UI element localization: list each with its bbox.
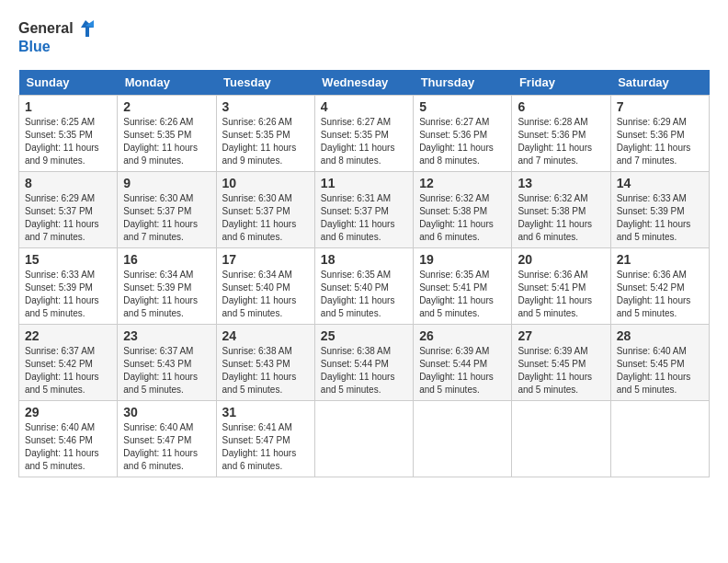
day-info: Sunrise: 6:30 AMSunset: 5:37 PMDaylight:… xyxy=(222,192,309,244)
day-number: 3 xyxy=(222,99,309,114)
day-number: 13 xyxy=(518,176,604,190)
day-info: Sunrise: 6:40 AMSunset: 5:46 PMDaylight:… xyxy=(25,421,111,473)
week-row-5: 29Sunrise: 6:40 AMSunset: 5:46 PMDayligh… xyxy=(19,400,710,477)
day-number: 12 xyxy=(419,176,506,190)
day-info: Sunrise: 6:32 AMSunset: 5:38 PMDaylight:… xyxy=(419,192,506,244)
calendar-cell: 24Sunrise: 6:38 AMSunset: 5:43 PMDayligh… xyxy=(216,324,314,400)
calendar-cell: 7Sunrise: 6:29 AMSunset: 5:36 PMDaylight… xyxy=(610,95,709,171)
calendar-cell: 17Sunrise: 6:34 AMSunset: 5:40 PMDayligh… xyxy=(216,247,314,324)
day-info: Sunrise: 6:26 AMSunset: 5:35 PMDaylight:… xyxy=(222,116,309,167)
calendar-cell: 28Sunrise: 6:40 AMSunset: 5:45 PMDayligh… xyxy=(610,324,709,400)
calendar-cell: 14Sunrise: 6:33 AMSunset: 5:39 PMDayligh… xyxy=(610,171,709,247)
day-info: Sunrise: 6:40 AMSunset: 5:47 PMDaylight:… xyxy=(123,421,210,473)
day-info: Sunrise: 6:41 AMSunset: 5:47 PMDaylight:… xyxy=(222,421,309,473)
day-info: Sunrise: 6:37 AMSunset: 5:42 PMDaylight:… xyxy=(25,345,111,396)
calendar-cell: 26Sunrise: 6:39 AMSunset: 5:44 PMDayligh… xyxy=(414,324,512,400)
calendar-cell: 19Sunrise: 6:35 AMSunset: 5:41 PMDayligh… xyxy=(414,247,512,324)
calendar-cell xyxy=(314,400,413,477)
calendar-cell: 23Sunrise: 6:37 AMSunset: 5:43 PMDayligh… xyxy=(118,324,216,400)
day-info: Sunrise: 6:25 AMSunset: 5:35 PMDaylight:… xyxy=(25,116,111,167)
day-info: Sunrise: 6:34 AMSunset: 5:39 PMDaylight:… xyxy=(123,269,210,320)
day-info: Sunrise: 6:34 AMSunset: 5:40 PMDaylight:… xyxy=(222,269,309,320)
weekday-header-thursday: Thursday xyxy=(414,70,512,96)
day-info: Sunrise: 6:38 AMSunset: 5:44 PMDaylight:… xyxy=(321,345,407,396)
weekday-header-monday: Monday xyxy=(118,70,216,96)
day-number: 19 xyxy=(419,252,506,267)
day-info: Sunrise: 6:28 AMSunset: 5:36 PMDaylight:… xyxy=(518,116,604,167)
day-number: 1 xyxy=(25,99,111,114)
logo-general: General xyxy=(18,20,74,37)
day-info: Sunrise: 6:30 AMSunset: 5:37 PMDaylight:… xyxy=(123,192,210,244)
day-info: Sunrise: 6:39 AMSunset: 5:45 PMDaylight:… xyxy=(518,345,604,396)
day-number: 26 xyxy=(419,328,506,343)
calendar-cell xyxy=(414,400,512,477)
day-info: Sunrise: 6:27 AMSunset: 5:35 PMDaylight:… xyxy=(321,116,407,167)
day-number: 31 xyxy=(222,405,309,419)
day-info: Sunrise: 6:29 AMSunset: 5:36 PMDaylight:… xyxy=(617,116,703,167)
day-info: Sunrise: 6:33 AMSunset: 5:39 PMDaylight:… xyxy=(25,269,111,320)
day-number: 6 xyxy=(518,99,604,114)
day-number: 21 xyxy=(617,252,703,267)
day-info: Sunrise: 6:27 AMSunset: 5:36 PMDaylight:… xyxy=(419,116,506,167)
calendar-cell: 13Sunrise: 6:32 AMSunset: 5:38 PMDayligh… xyxy=(512,171,610,247)
day-number: 24 xyxy=(222,328,309,343)
day-number: 28 xyxy=(617,328,703,343)
day-number: 17 xyxy=(222,252,309,267)
calendar-cell: 5Sunrise: 6:27 AMSunset: 5:36 PMDaylight… xyxy=(414,95,512,171)
calendar-cell: 8Sunrise: 6:29 AMSunset: 5:37 PMDaylight… xyxy=(19,171,118,247)
day-number: 5 xyxy=(419,99,506,114)
day-number: 15 xyxy=(25,252,111,267)
calendar-table: SundayMondayTuesdayWednesdayThursdayFrid… xyxy=(18,70,710,477)
calendar-cell: 30Sunrise: 6:40 AMSunset: 5:47 PMDayligh… xyxy=(118,400,216,477)
weekday-header-tuesday: Tuesday xyxy=(216,70,314,96)
day-number: 2 xyxy=(123,99,210,114)
weekday-header-friday: Friday xyxy=(512,70,610,96)
calendar-cell: 20Sunrise: 6:36 AMSunset: 5:41 PMDayligh… xyxy=(512,247,610,324)
week-row-2: 8Sunrise: 6:29 AMSunset: 5:37 PMDaylight… xyxy=(19,171,710,247)
day-info: Sunrise: 6:33 AMSunset: 5:39 PMDaylight:… xyxy=(617,192,703,244)
day-info: Sunrise: 6:32 AMSunset: 5:38 PMDaylight:… xyxy=(518,192,604,244)
day-number: 25 xyxy=(321,328,407,343)
calendar-cell: 4Sunrise: 6:27 AMSunset: 5:35 PMDaylight… xyxy=(314,95,413,171)
week-row-3: 15Sunrise: 6:33 AMSunset: 5:39 PMDayligh… xyxy=(19,247,710,324)
calendar-cell: 29Sunrise: 6:40 AMSunset: 5:46 PMDayligh… xyxy=(19,400,118,477)
day-number: 22 xyxy=(25,328,111,343)
calendar-cell: 21Sunrise: 6:36 AMSunset: 5:42 PMDayligh… xyxy=(610,247,709,324)
day-number: 14 xyxy=(617,176,703,190)
day-number: 10 xyxy=(222,176,309,190)
calendar-cell: 31Sunrise: 6:41 AMSunset: 5:47 PMDayligh… xyxy=(216,400,314,477)
day-number: 29 xyxy=(25,405,111,419)
calendar-cell xyxy=(610,400,709,477)
day-info: Sunrise: 6:26 AMSunset: 5:35 PMDaylight:… xyxy=(123,116,210,167)
day-info: Sunrise: 6:36 AMSunset: 5:42 PMDaylight:… xyxy=(617,269,703,320)
page-header: General Blue xyxy=(18,18,710,55)
day-number: 11 xyxy=(321,176,407,190)
calendar-cell: 16Sunrise: 6:34 AMSunset: 5:39 PMDayligh… xyxy=(118,247,216,324)
day-info: Sunrise: 6:40 AMSunset: 5:45 PMDaylight:… xyxy=(617,345,703,396)
day-number: 20 xyxy=(518,252,604,267)
weekday-header-wednesday: Wednesday xyxy=(314,70,413,96)
day-number: 8 xyxy=(25,176,111,190)
weekday-header-sunday: Sunday xyxy=(19,70,118,96)
day-info: Sunrise: 6:35 AMSunset: 5:40 PMDaylight:… xyxy=(321,269,407,320)
day-number: 7 xyxy=(617,99,703,114)
calendar-cell: 1Sunrise: 6:25 AMSunset: 5:35 PMDaylight… xyxy=(19,95,118,171)
day-info: Sunrise: 6:38 AMSunset: 5:43 PMDaylight:… xyxy=(222,345,309,396)
calendar-cell: 11Sunrise: 6:31 AMSunset: 5:37 PMDayligh… xyxy=(314,171,413,247)
week-row-1: 1Sunrise: 6:25 AMSunset: 5:35 PMDaylight… xyxy=(19,95,710,171)
calendar-cell: 9Sunrise: 6:30 AMSunset: 5:37 PMDaylight… xyxy=(118,171,216,247)
day-number: 23 xyxy=(123,328,210,343)
day-number: 4 xyxy=(321,99,407,114)
calendar-cell: 25Sunrise: 6:38 AMSunset: 5:44 PMDayligh… xyxy=(314,324,413,400)
day-info: Sunrise: 6:36 AMSunset: 5:41 PMDaylight:… xyxy=(518,269,604,320)
calendar-cell: 15Sunrise: 6:33 AMSunset: 5:39 PMDayligh… xyxy=(19,247,118,324)
day-info: Sunrise: 6:29 AMSunset: 5:37 PMDaylight:… xyxy=(25,192,111,244)
day-info: Sunrise: 6:37 AMSunset: 5:43 PMDaylight:… xyxy=(123,345,210,396)
weekday-header-row: SundayMondayTuesdayWednesdayThursdayFrid… xyxy=(19,70,710,96)
day-info: Sunrise: 6:35 AMSunset: 5:41 PMDaylight:… xyxy=(419,269,506,320)
calendar-cell: 2Sunrise: 6:26 AMSunset: 5:35 PMDaylight… xyxy=(118,95,216,171)
calendar-cell: 6Sunrise: 6:28 AMSunset: 5:36 PMDaylight… xyxy=(512,95,610,171)
calendar-cell: 27Sunrise: 6:39 AMSunset: 5:45 PMDayligh… xyxy=(512,324,610,400)
day-number: 18 xyxy=(321,252,407,267)
day-number: 30 xyxy=(123,405,210,419)
